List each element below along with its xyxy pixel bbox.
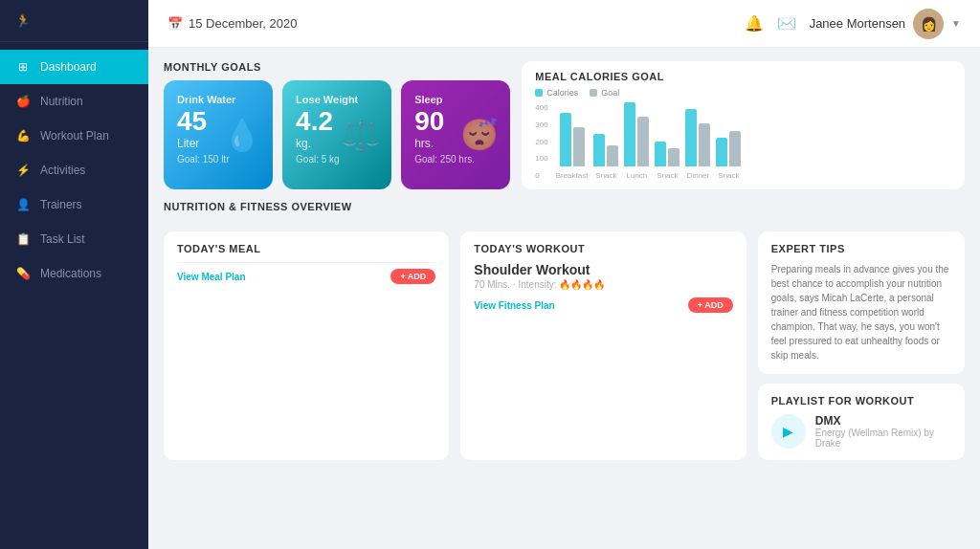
- legend-dot: [535, 89, 543, 97]
- tips-column: EXPERT TIPS Preparing meals in advance g…: [758, 231, 965, 460]
- nutrition-title: NUTRITION & FITNESS OVERVIEW: [164, 201, 965, 212]
- chart-y-labels: 4003002001000: [535, 103, 547, 180]
- goals-row: MONTHLY GOALS Drink Water 45 Liter Goal:…: [164, 61, 965, 189]
- goal-target-weight: Goal: 5 kg: [296, 154, 378, 165]
- goal-icon-sleep: 😴: [460, 117, 499, 153]
- goal-bar: [607, 145, 618, 167]
- goal-target-sleep: Goal: 250 hrs.: [414, 154, 497, 165]
- view-meal-plan-link[interactable]: View Meal Plan: [177, 272, 246, 282]
- goal-title-weight: Lose Weight: [296, 94, 378, 105]
- sidebar-label-dashboard: Dashboard: [40, 60, 97, 74]
- calories-bar: [624, 102, 635, 167]
- meal-title: TODAY'S MEAL: [177, 243, 435, 254]
- chevron-down-icon: ▼: [951, 18, 961, 29]
- bell-icon[interactable]: 🔔: [745, 14, 764, 33]
- sidebar-item-task-list[interactable]: 📋 Task List: [0, 222, 148, 256]
- playlist-info: DMX Energy (Wellman Remix) by Drake: [815, 414, 951, 449]
- expert-tips-title: EXPERT TIPS: [771, 243, 951, 254]
- user-menu[interactable]: Janee Mortensen 👩 ▼: [810, 9, 961, 39]
- bar-group: Snack: [655, 142, 679, 180]
- y-axis-label: 100: [535, 154, 547, 163]
- bar-group: Snack: [593, 134, 618, 180]
- task-list-icon: 📋: [15, 231, 31, 247]
- meal-calories-chart: MEAL CALORIES GOAL CaloriesGoal 40030020…: [522, 61, 965, 189]
- calories-bar: [593, 134, 605, 166]
- bar-group-bars: [624, 102, 649, 167]
- expert-tips-text: Preparing meals in advance gives you the…: [771, 262, 951, 362]
- goal-bar: [637, 117, 649, 167]
- bottom-row: TODAY'S MEAL View Meal Plan + ADD TODAY'…: [164, 231, 965, 460]
- goal-bar: [668, 148, 679, 166]
- calories-bar: [716, 138, 727, 166]
- bar-group: Breakfast: [556, 113, 589, 180]
- sidebar-label-task-list: Task List: [40, 232, 85, 246]
- mail-icon[interactable]: ✉️: [777, 14, 796, 33]
- sidebar-item-nutrition[interactable]: 🍎 Nutrition: [0, 84, 148, 119]
- chart-bars: BreakfastSnackLunchSnackDinnerSnack: [552, 103, 746, 180]
- workout-add-button[interactable]: + ADD: [688, 297, 733, 313]
- sidebar-label-trainers: Trainers: [40, 198, 82, 211]
- header-right: 🔔 ✉️ Janee Mortensen 👩 ▼: [745, 9, 961, 39]
- sidebar-nav: ⊞ Dashboard 🍎 Nutrition 💪 Workout Plan ⚡…: [0, 42, 148, 549]
- chart-legend: CaloriesGoal: [535, 88, 951, 98]
- calendar-icon: 📅: [167, 16, 183, 31]
- play-button[interactable]: ▶: [771, 414, 806, 449]
- activities-icon: ⚡: [15, 163, 31, 178]
- legend-dot: [590, 89, 597, 97]
- medications-icon: 💊: [15, 266, 31, 281]
- expert-tips-card: EXPERT TIPS Preparing meals in advance g…: [758, 231, 965, 374]
- song-subtitle: Energy (Wellman Remix) by Drake: [815, 428, 951, 449]
- sidebar-item-activities[interactable]: ⚡ Activities: [0, 153, 148, 187]
- bar-group-bars: [685, 109, 710, 166]
- content-area: MONTHLY GOALS Drink Water 45 Liter Goal:…: [148, 48, 980, 549]
- legend-item-goal: Goal: [590, 88, 619, 98]
- goal-cards-container: Drink Water 45 Liter Goal: 150 ltr 💧 Los…: [164, 80, 510, 189]
- chart-inner: 4003002001000 BreakfastSnackLunchSnackDi…: [535, 103, 951, 180]
- legend-label: Calories: [546, 88, 578, 98]
- meal-add-button[interactable]: + ADD: [390, 269, 435, 284]
- sidebar-label-workout-plan: Workout Plan: [40, 129, 109, 143]
- sidebar-item-trainers[interactable]: 👤 Trainers: [0, 187, 148, 222]
- sidebar: 🏃 ⊞ Dashboard 🍎 Nutrition 💪 Workout Plan…: [0, 0, 148, 549]
- monthly-goals-title: MONTHLY GOALS: [164, 61, 510, 73]
- sidebar-label-nutrition: Nutrition: [40, 95, 83, 108]
- goal-icon-water: 💧: [223, 117, 261, 153]
- header: 📅 15 December, 2020 🔔 ✉️ Janee Mortensen…: [148, 0, 980, 48]
- y-axis-label: 0: [535, 171, 547, 180]
- meal-footer: View Meal Plan + ADD: [177, 262, 435, 284]
- bar-label: Snack: [595, 171, 616, 180]
- song-title: DMX: [815, 414, 951, 428]
- todays-meal-card: TODAY'S MEAL View Meal Plan + ADD: [164, 231, 449, 460]
- sidebar-label-activities: Activities: [40, 164, 85, 177]
- sidebar-item-dashboard[interactable]: ⊞ Dashboard: [0, 50, 148, 84]
- bar-label: Breakfast: [556, 171, 589, 180]
- goals-section: MONTHLY GOALS Drink Water 45 Liter Goal:…: [164, 61, 510, 189]
- sidebar-item-workout-plan[interactable]: 💪 Workout Plan: [0, 119, 148, 153]
- workout-section-title: TODAY'S WORKOUT: [474, 243, 732, 254]
- calories-bar: [655, 142, 666, 166]
- bar-label: Dinner: [687, 171, 710, 180]
- calories-bar: [560, 113, 571, 166]
- goal-card-water: Drink Water 45 Liter Goal: 150 ltr 💧: [164, 80, 273, 189]
- goal-card-sleep: Sleep 90 hrs. Goal: 250 hrs. 😴: [401, 80, 510, 189]
- sidebar-logo: 🏃: [0, 0, 148, 42]
- user-name: Janee Mortensen: [810, 16, 905, 31]
- goal-title-sleep: Sleep: [414, 94, 497, 105]
- bar-label: Snack: [718, 171, 739, 180]
- playlist-item: ▶ DMX Energy (Wellman Remix) by Drake: [771, 414, 951, 449]
- goal-card-weight: Lose Weight 4.2 kg. Goal: 5 kg ⚖️: [282, 80, 391, 189]
- trainers-icon: 👤: [15, 197, 31, 212]
- bar-label: Lunch: [627, 171, 648, 180]
- view-fitness-plan-link[interactable]: View Fitness Plan: [474, 300, 554, 311]
- goal-bar: [699, 123, 710, 166]
- date-text: 15 December, 2020: [189, 16, 297, 31]
- todays-workout-card: TODAY'S WORKOUT Shoulder Workout 70 Mins…: [460, 231, 746, 460]
- workout-name: Shoulder Workout: [474, 262, 732, 277]
- y-axis-label: 200: [535, 138, 547, 146]
- sidebar-item-medications[interactable]: 💊 Medications: [0, 256, 148, 291]
- bar-group-bars: [593, 134, 618, 166]
- goal-bar: [573, 127, 585, 166]
- y-axis-label: 300: [535, 121, 547, 129]
- bar-group: Snack: [716, 131, 741, 181]
- workout-footer: View Fitness Plan + ADD: [474, 297, 732, 313]
